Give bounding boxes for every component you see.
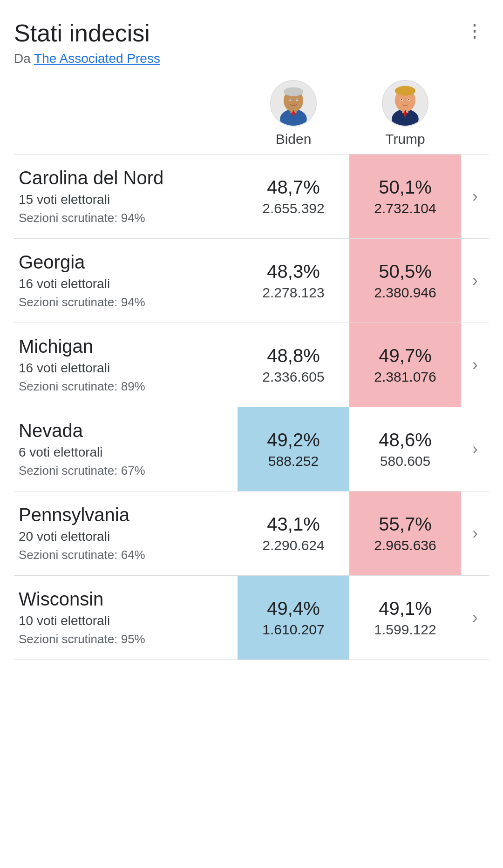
more-button[interactable]: ⋮ <box>461 19 489 44</box>
state-name-5: Wisconsin <box>19 589 228 610</box>
source-line: Da The Associated Press <box>14 51 160 66</box>
biden-pct-0: 48,7% <box>267 177 319 198</box>
biden-pct-1: 48,3% <box>267 261 319 282</box>
svg-point-18 <box>408 99 409 101</box>
state-row[interactable]: Pennsylvania 20 voti elettorali Sezioni … <box>14 491 489 576</box>
svg-point-17 <box>401 99 402 101</box>
trump-pct-0: 50,1% <box>379 177 431 198</box>
trump-data-1: 50,5% 2.380.946 <box>349 239 461 323</box>
state-sections-0: Sezioni scrutinate: 94% <box>19 211 228 225</box>
svg-point-14 <box>395 86 415 96</box>
biden-pct-2: 48,8% <box>267 345 319 366</box>
state-row[interactable]: Nevada 6 voti elettorali Sezioni scrutin… <box>14 407 489 491</box>
biden-data-1: 48,3% 2.278.123 <box>238 239 349 323</box>
trump-header-col: Trump <box>349 80 461 147</box>
chevron-icon-3: › <box>472 439 478 459</box>
chevron-icon-5: › <box>472 608 478 627</box>
trump-votes-5: 1.599.122 <box>374 622 436 638</box>
biden-votes-2: 2.336.605 <box>262 369 324 385</box>
row-chevron-5[interactable]: › <box>461 576 489 659</box>
biden-votes-0: 2.655.392 <box>262 201 324 216</box>
trump-votes-0: 2.732.104 <box>374 201 436 216</box>
trump-votes-3: 580.605 <box>380 453 430 469</box>
state-name-1: Georgia <box>19 252 228 273</box>
state-name-0: Carolina del Nord <box>19 168 228 188</box>
trump-votes-4: 2.965.636 <box>374 538 436 553</box>
svg-point-8 <box>296 99 298 101</box>
state-info-3: Nevada 6 voti elettorali Sezioni scrutin… <box>14 409 238 490</box>
trump-data-3: 48,6% 580.605 <box>349 407 461 491</box>
state-sections-4: Sezioni scrutinate: 64% <box>19 548 228 562</box>
biden-name: Biden <box>276 131 312 147</box>
trump-pct-5: 49,1% <box>379 598 431 619</box>
state-row[interactable]: Michigan 16 voti elettorali Sezioni scru… <box>14 323 489 407</box>
state-sections-2: Sezioni scrutinate: 89% <box>19 379 228 394</box>
state-electoral-votes-5: 10 voti elettorali <box>19 613 228 628</box>
row-chevron-4[interactable]: › <box>461 491 489 575</box>
state-electoral-votes-4: 20 voti elettorali <box>19 529 228 544</box>
trump-name: Trump <box>385 131 425 147</box>
biden-votes-5: 1.610.207 <box>262 622 324 638</box>
states-table: Carolina del Nord 15 voti elettorali Sez… <box>14 155 489 660</box>
trump-data-5: 49,1% 1.599.122 <box>349 576 461 659</box>
trump-pct-1: 50,5% <box>379 261 431 282</box>
svg-point-4 <box>284 87 303 96</box>
state-sections-5: Sezioni scrutinate: 95% <box>19 632 228 646</box>
biden-votes-4: 2.290.624 <box>262 538 324 553</box>
biden-data-4: 43,1% 2.290.624 <box>238 491 349 575</box>
biden-data-2: 48,8% 2.336.605 <box>238 323 349 407</box>
state-info-2: Michigan 16 voti elettorali Sezioni scru… <box>14 324 238 405</box>
state-electoral-votes-0: 15 voti elettorali <box>19 192 228 207</box>
state-info-4: Pennsylvania 20 voti elettorali Sezioni … <box>14 493 238 574</box>
biden-pct-3: 49,2% <box>267 430 319 451</box>
state-sections-1: Sezioni scrutinate: 94% <box>19 295 228 310</box>
source-link[interactable]: The Associated Press <box>34 51 160 66</box>
biden-pct-4: 43,1% <box>267 514 319 535</box>
source-prefix: Da <box>14 51 34 66</box>
biden-header-col: Biden <box>238 80 349 147</box>
state-info-0: Carolina del Nord 15 voti elettorali Sez… <box>14 156 238 237</box>
trump-pct-2: 49,7% <box>379 345 431 366</box>
trump-avatar <box>382 80 428 127</box>
row-chevron-2[interactable]: › <box>461 323 489 407</box>
state-electoral-votes-1: 16 voti elettorali <box>19 276 228 291</box>
biden-data-0: 48,7% 2.655.392 <box>238 155 349 238</box>
state-electoral-votes-3: 6 voti elettorali <box>19 445 228 460</box>
state-row[interactable]: Carolina del Nord 15 voti elettorali Sez… <box>14 155 489 239</box>
state-sections-3: Sezioni scrutinate: 67% <box>19 464 228 478</box>
chevron-icon-2: › <box>472 355 478 375</box>
trump-data-0: 50,1% 2.732.104 <box>349 155 461 238</box>
state-name-4: Pennsylvania <box>19 505 228 525</box>
trump-votes-1: 2.380.946 <box>374 285 436 301</box>
trump-data-4: 55,7% 2.965.636 <box>349 491 461 575</box>
main-container: Stati indecisi Da The Associated Press ⋮ <box>0 0 503 679</box>
header: Stati indecisi Da The Associated Press ⋮ <box>14 19 489 66</box>
biden-data-3: 49,2% 588.252 <box>238 407 349 491</box>
biden-data-5: 49,4% 1.610.207 <box>238 576 349 659</box>
state-info-5: Wisconsin 10 voti elettorali Sezioni scr… <box>14 577 238 658</box>
state-info-1: Georgia 16 voti elettorali Sezioni scrut… <box>14 240 238 321</box>
state-electoral-votes-2: 16 voti elettorali <box>19 361 228 376</box>
trump-votes-2: 2.381.076 <box>374 369 436 385</box>
row-chevron-3[interactable]: › <box>461 407 489 491</box>
chevron-icon-0: › <box>472 187 478 206</box>
trump-data-2: 49,7% 2.381.076 <box>349 323 461 407</box>
biden-pct-5: 49,4% <box>267 598 319 619</box>
state-row[interactable]: Wisconsin 10 voti elettorali Sezioni scr… <box>14 576 489 660</box>
row-chevron-0[interactable]: › <box>461 155 489 238</box>
page-title: Stati indecisi <box>14 19 160 47</box>
state-row[interactable]: Georgia 16 voti elettorali Sezioni scrut… <box>14 239 489 323</box>
trump-pct-3: 48,6% <box>379 430 431 451</box>
biden-avatar <box>270 80 317 127</box>
chevron-icon-1: › <box>472 271 478 290</box>
trump-pct-4: 55,7% <box>379 514 431 535</box>
candidates-header: Biden <box>14 80 489 155</box>
state-name-3: Nevada <box>19 420 228 441</box>
chevron-icon-4: › <box>472 524 478 543</box>
state-name-2: Michigan <box>19 336 228 357</box>
svg-point-7 <box>289 99 291 101</box>
row-chevron-1[interactable]: › <box>461 239 489 323</box>
header-left: Stati indecisi Da The Associated Press <box>14 19 160 66</box>
biden-votes-3: 588.252 <box>268 453 319 469</box>
biden-votes-1: 2.278.123 <box>262 285 324 301</box>
